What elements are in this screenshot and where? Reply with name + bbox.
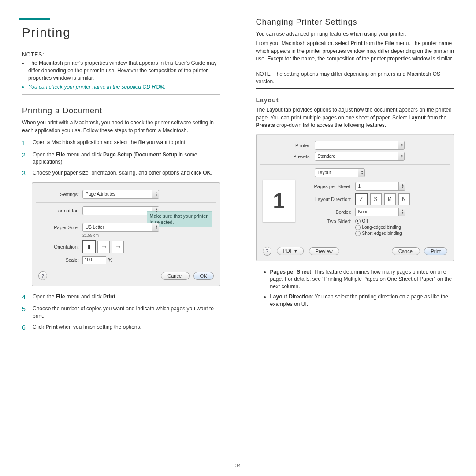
note-paragraph: NOTE: The setting options may differ dep… <box>256 71 454 86</box>
step-item: 2 Open the File menu and click Page Setu… <box>22 151 220 166</box>
intro-paragraph: When you print with a Macintosh, you nee… <box>22 119 220 134</box>
step-text: Choose the number of copies you want and… <box>33 305 220 320</box>
left-column: Printing NOTES: The Macintosh printer's … <box>22 18 220 337</box>
rule <box>22 46 220 46</box>
step-number: 4 <box>22 293 28 302</box>
help-icon[interactable]: ? <box>38 271 47 280</box>
rule <box>256 88 454 89</box>
note-item: The Macintosh printer's properties windo… <box>28 60 220 82</box>
layout-heading: Layout <box>256 97 454 104</box>
layout-preview-icon: 1 <box>263 180 295 222</box>
paragraph: From your Macintosh application, select … <box>256 40 454 63</box>
presets-select[interactable]: Standard▴▾ <box>315 152 405 161</box>
accent-bar <box>19 18 50 20</box>
step-text: Open a Macintosh application and select … <box>33 139 187 148</box>
subheading: Printing a Document <box>22 106 220 115</box>
ok-button[interactable]: OK <box>193 272 214 280</box>
orientation-label: Orientation: <box>38 244 82 249</box>
paper-size-label: Paper Size: <box>38 225 82 230</box>
two-sided-short-radio[interactable]: Short-edged binding <box>355 231 402 236</box>
bullet-item: Layout Direction: You can select the pri… <box>270 293 454 308</box>
print-dialog: Printer: ▴▾ Presets: Standard▴▾ Layout▴▾… <box>256 134 454 261</box>
step-item: 6 Click Print when you finish setting th… <box>22 324 220 332</box>
direction-ntype-icon[interactable]: И <box>384 193 396 205</box>
note-item: You can check your printer name in the s… <box>28 83 220 91</box>
settings-select[interactable]: Page Attributes▴▾ <box>82 190 159 199</box>
section-select[interactable]: Layout▴▾ <box>315 168 365 177</box>
step-number: 2 <box>22 151 28 166</box>
step-number: 1 <box>22 139 28 148</box>
two-sided-off-radio[interactable]: Off <box>355 219 402 224</box>
two-sided-label: Two-Sided: <box>303 219 355 224</box>
cancel-button[interactable]: Cancel <box>392 247 420 255</box>
pdf-button[interactable]: PDF ▾ <box>277 247 304 255</box>
format-for-label: Format for: <box>38 208 82 213</box>
step-item: 4 Open the File menu and click Print. <box>22 293 220 302</box>
settings-label: Settings: <box>38 192 82 197</box>
step-text: Open the File menu and click Page Setup … <box>33 151 220 166</box>
paragraph: You can use advanced printing features w… <box>256 30 454 38</box>
layout-direction-label: Layout Direction: <box>303 197 355 202</box>
bullet-item: Pages per Sheet: This feature determines… <box>270 268 454 290</box>
step-item: 1 Open a Macintosh application and selec… <box>22 139 220 148</box>
pages-per-sheet-label: Pages per Sheet: <box>303 184 355 189</box>
section-heading: Changing Printer Settings <box>256 18 454 27</box>
rule <box>22 94 220 95</box>
step-number: 5 <box>22 305 28 320</box>
print-button[interactable]: Print <box>424 247 447 255</box>
scale-label: Scale: <box>38 257 82 263</box>
paper-size-select[interactable]: US Letter▴▾ <box>82 223 159 232</box>
main-heading: Printing <box>22 26 220 40</box>
paper-dimensions: 21.59 cm <box>82 233 214 238</box>
orientation-landscape-icon[interactable]: ▭ <box>97 241 110 253</box>
rule <box>256 66 454 66</box>
border-label: Border: <box>303 209 355 215</box>
direction-ztype-icon[interactable]: Z <box>355 193 368 205</box>
printer-label: Printer: <box>263 143 315 148</box>
step-text: Open the File menu and click Print. <box>33 293 117 302</box>
column-divider <box>238 18 238 337</box>
direction-ntype2-icon[interactable]: N <box>398 193 410 205</box>
two-sided-long-radio[interactable]: Long-edged binding <box>355 225 402 230</box>
step-number: 6 <box>22 324 28 332</box>
help-icon[interactable]: ? <box>263 247 271 256</box>
layout-intro: The Layout tab provides options to adjus… <box>256 106 454 129</box>
cancel-button[interactable]: Cancel <box>161 272 189 280</box>
steps-list-cont: 4 Open the File menu and click Print. 5 … <box>22 293 220 332</box>
step-item: 3 Choose your paper size, orientation, s… <box>22 169 220 178</box>
right-column: Changing Printer Settings You can use ad… <box>256 18 454 337</box>
page-number: 34 <box>0 463 476 468</box>
printer-select[interactable]: ▴▾ <box>315 141 405 150</box>
presets-label: Presets: <box>263 154 315 159</box>
scale-input[interactable]: 100 <box>82 256 106 264</box>
preview-button[interactable]: Preview <box>309 247 339 255</box>
pages-per-sheet-select[interactable]: 1▴▾ <box>355 182 405 191</box>
step-text: Click Print when you finish setting the … <box>33 324 141 332</box>
notes-list: The Macintosh printer's properties windo… <box>22 60 220 91</box>
steps-list: 1 Open a Macintosh application and selec… <box>22 139 220 178</box>
step-item: 5 Choose the number of copies you want a… <box>22 305 220 320</box>
step-text: Choose your paper size, orientation, sca… <box>33 169 212 178</box>
notes-label: NOTES: <box>22 52 220 58</box>
orientation-portrait-icon[interactable]: ▮ <box>82 240 96 253</box>
direction-stype-icon[interactable]: S <box>370 193 382 205</box>
feature-bullets: Pages per Sheet: This feature determines… <box>264 268 454 308</box>
scale-percent: % <box>108 257 112 263</box>
step-number: 3 <box>22 169 28 178</box>
border-select[interactable]: None▴▾ <box>355 208 405 216</box>
page-setup-dialog: Settings: Page Attributes▴▾ Format for: … <box>32 182 220 286</box>
orientation-landscape-rev-icon[interactable]: ▭ <box>112 241 124 253</box>
